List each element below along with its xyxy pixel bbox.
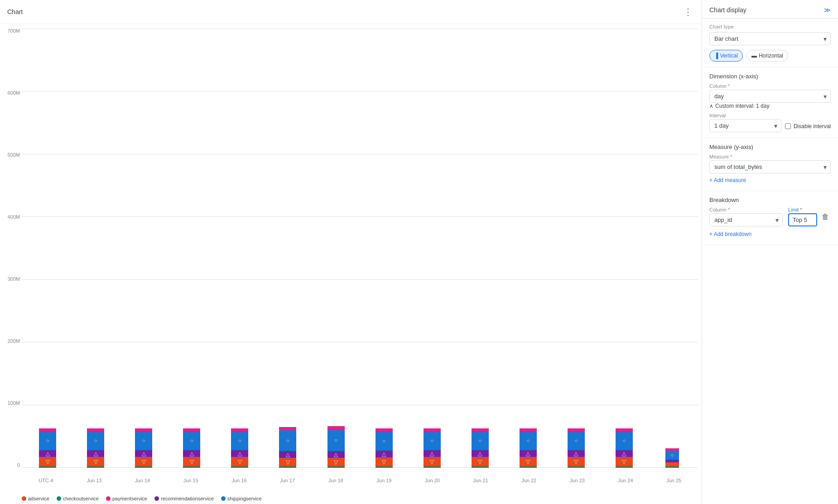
dimension-section: Dimension (x-axis) Column * day week mon… [702,67,838,138]
chart-body: 0100M200M300M400M500M600M700M ▽△○▽△○▽△○▽… [0,24,702,504]
x-label-group: UTC-4 [22,475,70,484]
stacked-bar[interactable]: ▽△○ [135,428,152,468]
add-measure-button[interactable]: + Add measure [709,175,746,185]
legend-dot [106,496,111,501]
chart-title: Chart [7,8,23,15]
legend-dot [154,496,159,501]
bar-segment-pink [231,428,248,431]
bar-segment-purple: △ [279,451,296,458]
bar-segment-teal [279,466,296,468]
panel-expand-button[interactable]: ≫ [824,6,831,14]
bar-segment-orange [665,462,679,466]
bar-segment-teal [183,466,200,468]
bar-group[interactable]: ▽△○ [408,29,456,468]
breakdown-col-label: Column * [709,207,783,212]
x-label: Jun 16 [231,478,246,483]
bar-group[interactable]: ▽△○ [312,29,360,468]
bar-segment-purple: △ [568,450,585,457]
bar-segment-teal [665,466,679,468]
vertical-orientation-button[interactable]: ▐ Vertical [709,50,743,62]
bar-segment-purple: △ [87,450,104,457]
x-label-group: Jun 17 [263,475,312,484]
stacked-bar[interactable]: ▽△○ [231,428,248,468]
bar-group[interactable]: ▽△○ [552,29,600,468]
stacked-bar[interactable]: ▽△○ [327,426,345,468]
stacked-bar[interactable]: ○ [665,448,679,468]
bar-segment-blue: ○ [39,431,56,450]
legend-label: adservice [28,496,49,501]
breakdown-col-select[interactable]: app_id service region [710,214,782,226]
disable-interval-checkbox[interactable] [785,123,791,129]
bar-segment-teal [87,466,104,468]
dimension-select-wrapper: day week month ▾ [709,90,831,103]
bar-segment-pink [87,428,104,431]
bar-group[interactable]: ▽△○ [216,29,264,468]
x-label: Jun 15 [183,478,198,483]
x-tick [46,475,46,477]
bar-segment-blue: ○ [231,431,248,450]
x-label-group: Jun 19 [360,475,408,484]
bar-segment-purple [665,460,679,462]
chart-type-label: Chart type [709,24,831,29]
legend-dot [22,496,26,501]
bar-group[interactable]: ▽△○ [72,29,120,468]
bar-segment-pink [424,428,441,431]
interval-select[interactable]: 1 day 1 hour 1 week [710,120,781,132]
x-label-group: Jun 25 [650,475,698,484]
bar-group[interactable]: ▽△○ [168,29,216,468]
bar-group[interactable]: ▽△○ [264,29,312,468]
bar-segment-blue: ○ [568,431,585,450]
y-axis-label: 100M [0,401,20,406]
x-tick [142,475,143,477]
x-label: Jun 14 [135,478,150,483]
bar-segment-purple: △ [472,450,489,457]
x-label: Jun 24 [618,478,633,483]
bar-segment-orange: ▽ [231,457,248,466]
x-label-group: Jun 23 [553,475,602,484]
x-tick [481,475,481,477]
stacked-bar[interactable]: ▽△○ [472,428,489,468]
bar-group[interactable]: ▽△○ [360,29,408,468]
bar-segment-purple: △ [183,450,200,457]
chart-menu-button[interactable]: ⋮ [682,5,694,18]
legend-item: recommendationservice [154,496,214,501]
add-breakdown-button[interactable]: + Add breakdown [709,229,751,239]
bar-segment-orange: ▽ [135,457,152,466]
stacked-bar[interactable]: ▽△○ [279,427,296,468]
stacked-bar[interactable]: ▽△○ [183,428,200,468]
custom-interval-header[interactable]: ∧ Custom interval: 1 day [709,103,831,109]
stacked-bar[interactable]: ▽△○ [376,428,393,468]
stacked-bar[interactable]: ▽△○ [568,428,585,468]
y-axis-label: 700M [0,29,20,34]
bar-group[interactable]: ▽△○ [504,29,552,468]
bar-segment-purple: △ [327,451,345,458]
bar-group[interactable]: ▽△○ [600,29,648,468]
bar-group[interactable]: ▽△○ [120,29,168,468]
bar-group[interactable]: ▽△○ [456,29,504,468]
bar-segment-pink [327,426,345,429]
x-label-group: Jun 22 [505,475,553,484]
x-label: Jun 23 [570,478,585,483]
x-tick [626,475,626,477]
bars-container: ▽△○▽△○▽△○▽△○▽△○▽△○▽△○▽△○▽△○▽△○▽△○▽△○▽△○○ [22,29,698,468]
measure-select[interactable]: sum of total_bytes avg of total_bytes co… [710,161,830,173]
stacked-bar[interactable]: ▽△○ [616,428,633,468]
x-label-group: Jun 21 [457,475,505,484]
bar-group[interactable]: ▽△○ [24,29,72,468]
x-label-group: Jun 24 [602,475,650,484]
x-label: Jun 18 [328,478,343,483]
breakdown-limit-input[interactable] [788,213,817,226]
bar-group[interactable]: ○ [648,29,696,468]
bar-segment-orange: ▽ [520,457,537,466]
dimension-select[interactable]: day week month [710,90,830,102]
stacked-bar[interactable]: ▽△○ [87,428,104,468]
stacked-bar[interactable]: ▽△○ [424,428,441,468]
x-tick [239,475,239,477]
stacked-bar[interactable]: ▽△○ [520,428,537,468]
bar-segment-teal [327,466,345,468]
stacked-bar[interactable]: ▽△○ [39,428,56,468]
breakdown-delete-button[interactable]: 🗑 [820,212,831,222]
bar-segment-purple: △ [231,450,248,457]
chart-type-select[interactable]: Bar chart Line chart Pie chart [710,33,830,45]
horizontal-orientation-button[interactable]: ▬ Horizontal [746,50,788,62]
